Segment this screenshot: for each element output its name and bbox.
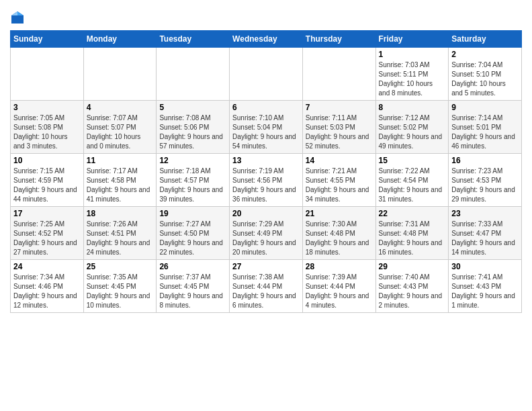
day-number: 25: [87, 262, 154, 271]
week-row-2: 10Sunrise: 7:15 AM Sunset: 4:59 PM Dayli…: [11, 154, 522, 207]
day-number: 10: [13, 156, 81, 165]
header: [10, 7, 522, 25]
weekday-header-thursday: Thursday: [302, 31, 375, 48]
day-info: Sunrise: 7:25 AM Sunset: 4:52 PM Dayligh…: [13, 220, 81, 257]
calendar-cell: 3Sunrise: 7:05 AM Sunset: 5:08 PM Daylig…: [11, 101, 84, 154]
day-info: Sunrise: 7:34 AM Sunset: 4:46 PM Dayligh…: [13, 273, 81, 310]
calendar-cell: 10Sunrise: 7:15 AM Sunset: 4:59 PM Dayli…: [11, 154, 84, 207]
day-number: 30: [451, 262, 519, 271]
calendar-cell: 20Sunrise: 7:29 AM Sunset: 4:49 PM Dayli…: [230, 207, 303, 260]
day-number: 17: [13, 209, 81, 218]
day-number: 29: [379, 262, 446, 271]
calendar-cell: 7Sunrise: 7:11 AM Sunset: 5:03 PM Daylig…: [302, 101, 375, 154]
day-info: Sunrise: 7:40 AM Sunset: 4:43 PM Dayligh…: [379, 273, 446, 310]
day-number: 16: [451, 156, 519, 165]
calendar-cell: 1Sunrise: 7:03 AM Sunset: 5:11 PM Daylig…: [375, 48, 449, 101]
calendar-cell: 16Sunrise: 7:23 AM Sunset: 4:53 PM Dayli…: [449, 154, 522, 207]
day-number: 12: [159, 156, 226, 165]
day-info: Sunrise: 7:41 AM Sunset: 4:43 PM Dayligh…: [451, 273, 519, 310]
day-number: 8: [379, 103, 446, 112]
day-info: Sunrise: 7:22 AM Sunset: 4:54 PM Dayligh…: [379, 167, 446, 204]
day-info: Sunrise: 7:35 AM Sunset: 4:45 PM Dayligh…: [87, 273, 154, 310]
calendar-cell: 6Sunrise: 7:10 AM Sunset: 5:04 PM Daylig…: [230, 101, 303, 154]
calendar-cell: 13Sunrise: 7:19 AM Sunset: 4:56 PM Dayli…: [230, 154, 303, 207]
weekday-header-tuesday: Tuesday: [157, 31, 230, 48]
calendar-cell: 26Sunrise: 7:37 AM Sunset: 4:45 PM Dayli…: [157, 260, 230, 313]
week-row-4: 24Sunrise: 7:34 AM Sunset: 4:46 PM Dayli…: [11, 260, 522, 313]
weekday-header-sunday: Sunday: [11, 31, 84, 48]
day-number: 9: [451, 103, 519, 112]
calendar-cell: 22Sunrise: 7:31 AM Sunset: 4:48 PM Dayli…: [375, 207, 449, 260]
weekday-header-monday: Monday: [83, 31, 157, 48]
calendar-cell: 19Sunrise: 7:27 AM Sunset: 4:50 PM Dayli…: [157, 207, 230, 260]
week-row-1: 3Sunrise: 7:05 AM Sunset: 5:08 PM Daylig…: [11, 101, 522, 154]
day-info: Sunrise: 7:27 AM Sunset: 4:50 PM Dayligh…: [159, 220, 226, 257]
day-number: 14: [306, 156, 373, 165]
day-info: Sunrise: 7:15 AM Sunset: 4:59 PM Dayligh…: [13, 167, 81, 204]
logo: [10, 10, 27, 25]
day-number: 28: [306, 262, 373, 271]
day-number: 7: [306, 103, 373, 112]
calendar-cell: 23Sunrise: 7:33 AM Sunset: 4:47 PM Dayli…: [449, 207, 522, 260]
day-info: Sunrise: 7:26 AM Sunset: 4:51 PM Dayligh…: [87, 220, 154, 257]
week-row-0: 1Sunrise: 7:03 AM Sunset: 5:11 PM Daylig…: [11, 48, 522, 101]
day-info: Sunrise: 7:17 AM Sunset: 4:58 PM Dayligh…: [87, 167, 154, 204]
calendar-cell: 28Sunrise: 7:39 AM Sunset: 4:44 PM Dayli…: [302, 260, 375, 313]
day-info: Sunrise: 7:11 AM Sunset: 5:03 PM Dayligh…: [306, 113, 373, 151]
calendar: SundayMondayTuesdayWednesdayThursdayFrid…: [10, 30, 522, 313]
page-container: SundayMondayTuesdayWednesdayThursdayFrid…: [0, 0, 532, 320]
day-info: Sunrise: 7:08 AM Sunset: 5:06 PM Dayligh…: [159, 113, 226, 151]
calendar-cell: 17Sunrise: 7:25 AM Sunset: 4:52 PM Dayli…: [11, 207, 84, 260]
calendar-cell: 24Sunrise: 7:34 AM Sunset: 4:46 PM Dayli…: [11, 260, 84, 313]
calendar-cell: 30Sunrise: 7:41 AM Sunset: 4:43 PM Dayli…: [449, 260, 522, 313]
day-info: Sunrise: 7:30 AM Sunset: 4:48 PM Dayligh…: [306, 220, 373, 257]
calendar-cell: 14Sunrise: 7:21 AM Sunset: 4:55 PM Dayli…: [302, 154, 375, 207]
calendar-cell: [83, 48, 157, 101]
calendar-cell: [230, 48, 303, 101]
day-info: Sunrise: 7:23 AM Sunset: 4:53 PM Dayligh…: [451, 167, 519, 204]
week-row-3: 17Sunrise: 7:25 AM Sunset: 4:52 PM Dayli…: [11, 207, 522, 260]
day-info: Sunrise: 7:29 AM Sunset: 4:49 PM Dayligh…: [232, 220, 300, 257]
day-number: 15: [379, 156, 446, 165]
day-info: Sunrise: 7:18 AM Sunset: 4:57 PM Dayligh…: [159, 167, 226, 204]
calendar-cell: [11, 48, 84, 101]
calendar-cell: 8Sunrise: 7:12 AM Sunset: 5:02 PM Daylig…: [375, 101, 449, 154]
day-info: Sunrise: 7:33 AM Sunset: 4:47 PM Dayligh…: [451, 220, 519, 257]
weekday-header-saturday: Saturday: [449, 31, 522, 48]
day-info: Sunrise: 7:03 AM Sunset: 5:11 PM Dayligh…: [379, 60, 446, 98]
calendar-cell: 12Sunrise: 7:18 AM Sunset: 4:57 PM Dayli…: [157, 154, 230, 207]
calendar-cell: 11Sunrise: 7:17 AM Sunset: 4:58 PM Dayli…: [83, 154, 157, 207]
svg-marker-2: [11, 11, 17, 15]
calendar-cell: 2Sunrise: 7:04 AM Sunset: 5:10 PM Daylig…: [449, 48, 522, 101]
day-number: 23: [451, 209, 519, 218]
calendar-cell: 4Sunrise: 7:07 AM Sunset: 5:07 PM Daylig…: [83, 101, 157, 154]
svg-marker-1: [17, 11, 24, 15]
day-number: 26: [159, 262, 226, 271]
day-number: 1: [379, 50, 446, 59]
day-info: Sunrise: 7:19 AM Sunset: 4:56 PM Dayligh…: [232, 167, 300, 204]
weekday-header-friday: Friday: [375, 31, 449, 48]
day-number: 22: [379, 209, 446, 218]
day-number: 27: [232, 262, 300, 271]
calendar-cell: 5Sunrise: 7:08 AM Sunset: 5:06 PM Daylig…: [157, 101, 230, 154]
day-info: Sunrise: 7:39 AM Sunset: 4:44 PM Dayligh…: [306, 273, 373, 310]
logo-icon: [10, 10, 25, 25]
weekday-header-row: SundayMondayTuesdayWednesdayThursdayFrid…: [11, 31, 522, 48]
calendar-cell: 29Sunrise: 7:40 AM Sunset: 4:43 PM Dayli…: [375, 260, 449, 313]
day-info: Sunrise: 7:38 AM Sunset: 4:44 PM Dayligh…: [232, 273, 300, 310]
day-number: 2: [451, 50, 519, 59]
calendar-cell: 18Sunrise: 7:26 AM Sunset: 4:51 PM Dayli…: [83, 207, 157, 260]
calendar-cell: [302, 48, 375, 101]
day-number: 13: [232, 156, 300, 165]
day-info: Sunrise: 7:31 AM Sunset: 4:48 PM Dayligh…: [379, 220, 446, 257]
calendar-cell: [157, 48, 230, 101]
day-number: 4: [87, 103, 154, 112]
day-number: 20: [232, 209, 300, 218]
day-number: 5: [159, 103, 226, 112]
calendar-cell: 27Sunrise: 7:38 AM Sunset: 4:44 PM Dayli…: [230, 260, 303, 313]
calendar-cell: 15Sunrise: 7:22 AM Sunset: 4:54 PM Dayli…: [375, 154, 449, 207]
day-number: 3: [13, 103, 81, 112]
calendar-cell: 21Sunrise: 7:30 AM Sunset: 4:48 PM Dayli…: [302, 207, 375, 260]
day-info: Sunrise: 7:04 AM Sunset: 5:10 PM Dayligh…: [451, 60, 519, 98]
day-number: 19: [159, 209, 226, 218]
